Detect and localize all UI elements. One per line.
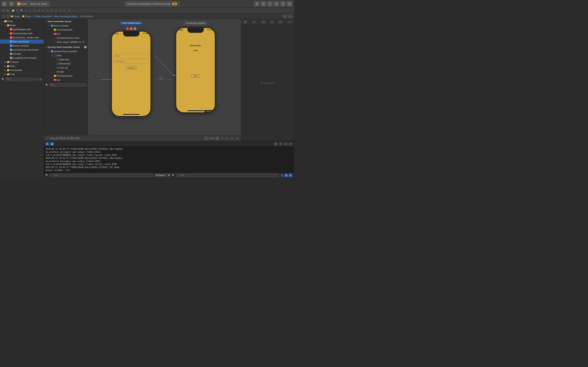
plus-icon[interactable]: ⊕ [54,9,58,12]
navigator-icon[interactable]: ↩ [267,1,273,7]
zoom-in-btn[interactable]: + [216,136,219,140]
first-responder1-item[interactable]: First Responder [44,28,87,32]
salir-item[interactable]: B Salir [44,70,87,74]
signal-icon: ●●● [143,33,146,34]
library-icon[interactable]: ⊞ [254,1,260,7]
fit-btn[interactable]: ⊞ [221,136,224,140]
safe-area-item[interactable]: L Safe Area [44,58,87,62]
vc-item[interactable]: ▾ View Controller [44,24,87,28]
debug-expand-btn[interactable]: ⊟ [284,142,287,146]
sidebar-item-pods2[interactable]: ▶ 📁 Pods [0,72,44,76]
secondvc-scene-header[interactable]: ▾ Second View Controller Scene ● [44,45,87,49]
debug-filter-input[interactable] [50,174,153,177]
storyboard-entry-item[interactable]: → Storyboard Entry Point [44,36,87,40]
sidebar-item-pods[interactable]: ▶ 📁 Pods [0,64,44,68]
breadcrumb-group[interactable]: Buela [25,15,31,17]
phone1-ingresar-btn[interactable]: Ingresar [126,66,136,69]
run-history-icon[interactable]: ⊕ [33,9,36,12]
canvas-options-btn[interactable]: ⊡ [225,136,229,140]
bienvenido-item[interactable]: L Bienvenido [44,62,87,66]
debug-clear-btn[interactable]: 🗑 [274,142,278,146]
add-file-btn[interactable]: + [35,78,38,81]
secondvc-item[interactable]: ▾ Second View Controller [44,49,87,53]
debug-icon[interactable]: ⊗ [37,9,41,12]
run-button[interactable]: ▶ [2,1,7,7]
sidebar-filter-input[interactable] [5,77,34,81]
exit2-item[interactable]: ⊕ Exit [44,78,87,82]
canvas-fit-btn[interactable]: ⊟ [235,136,239,140]
breadcrumb-file[interactable]: Main.storyboard [36,15,52,17]
phone1-notch [123,32,139,36]
search-icon[interactable]: 🔍 [20,9,24,12]
inspector-tab-quick-help[interactable]: ? [250,19,259,25]
layout4-icon[interactable]: ⊟ [58,9,62,12]
settings-btn[interactable]: ⚙ [39,78,42,81]
sidebar-item-products[interactable]: ▶ 📁 Products [0,60,44,64]
inspector-tab-attributes[interactable] [268,19,277,25]
scene-filter-input[interactable] [49,83,86,87]
inspector-tab-connections[interactable] [285,19,294,25]
phone1-password-field[interactable]: Contraseña [113,59,149,64]
vc-scene-header[interactable]: ▾ View Controller Scene [44,19,87,24]
debug-scroll-btn[interactable]: ⊡ [289,142,292,146]
scheme-selector[interactable]: Buela › | iPhone de Jesús › [16,1,50,7]
sidebar-item-infoplist[interactable]: P Info.plist [0,52,44,56]
environment-icon[interactable]: ◫ [45,9,49,12]
exit1-item[interactable]: ⊕ Exit [44,32,87,36]
inspector-tab-identity[interactable]: ID [259,19,268,25]
breadcrumb-back-btn[interactable]: ‹ [2,15,5,18]
inspector-tab-size[interactable] [277,19,285,25]
output-select[interactable]: All Output ↑ [154,174,171,177]
breadcrumb-warning-icon[interactable]: ⚠ [283,14,287,18]
breadcrumb-right-arrow-icon[interactable]: › [288,14,292,18]
disclosure-buela: ▾ [1,20,4,23]
sidebar-item-viewcontroller[interactable]: S ViewController.swift [0,31,44,35]
sidebar-item-main-storyboard[interactable]: ◫ Main.storyboard [0,40,44,44]
sidebar-item-buela-group[interactable]: ▾ 📁 Buela [0,23,44,27]
breakpoints-icon[interactable]: ☰ [41,9,45,12]
nav-back-btn[interactable]: ⊲ [2,9,5,12]
project-icon[interactable]: 📁 [11,9,15,12]
stop-button[interactable]: ■ [9,1,14,7]
breadcrumb-base[interactable]: Main.storyboard (Base) [54,15,78,17]
inspector-tab-file[interactable] [241,19,250,25]
inspector-icon[interactable]: ☰ [260,1,266,7]
debug-btn2[interactable]: ⊞ [285,174,288,177]
diamond-icon[interactable]: ◇ [28,9,32,12]
breadcrumb-project[interactable]: Buela [14,15,20,17]
expand-icon[interactable]: ⊞ [67,9,71,12]
sidebar-item-assets[interactable]: A Assets.xcassets [0,44,44,48]
debug-filter-input2[interactable] [176,174,279,177]
sidebar-item-frameworks[interactable]: ▶ 📁 Frameworks [0,68,44,72]
first-responder2-item[interactable]: First Responder [44,74,87,78]
layout-view-btn[interactable]: ⊟ [46,137,49,140]
show-segue-item[interactable]: ↻ Show segue "goMain" to "Second..." [44,40,87,44]
sidebar-item-appdelegate[interactable]: S AppDelegate.swift [0,27,44,31]
scheme2-icon[interactable]: ⊞ [50,9,53,12]
sidebar-item-secondvc[interactable]: S SecondView...ntroller.swift [0,35,44,40]
warning-badge[interactable]: 15 [172,2,177,5]
userlbl-item[interactable]: L User Lbl [44,66,87,70]
layout-icon[interactable]: ⊟ [274,1,279,7]
sidebar-label-appdelegate: AppDelegate.swift [13,28,31,31]
debug-btn3[interactable]: ⊟ [289,174,292,177]
debug-btn1[interactable]: 🗑 [280,174,284,177]
nav-forward-btn[interactable]: ⊳ [6,9,9,12]
layout5-icon[interactable]: ⊡ [63,9,66,12]
canvas-zoom-btn[interactable]: ⊞ [230,136,234,140]
build-icon[interactable]: 🔨 [16,9,19,12]
sidebar-item-launchscreen[interactable]: ◫ LaunchScreen.storyboard [0,48,44,52]
debug-split-btn[interactable]: ⊞ [279,142,283,146]
view-item[interactable]: ▾ View [44,53,87,58]
sidebar-item-buela-project[interactable]: ▾ 📁 Buela [0,19,44,23]
layout3-icon[interactable]: ⊞ [287,1,292,7]
phone1-email-field[interactable]: Email [113,54,149,58]
debug-toggle-btn[interactable]: ● [45,142,49,146]
zoom-out-btn[interactable]: − [204,136,208,140]
warning-icon[interactable]: ⚠ [24,9,28,12]
sidebar-item-googleservice[interactable]: P GoogleService-Info.plist [0,56,44,60]
phone2-salir-btn[interactable]: Salir [191,75,200,78]
debug-arrow-btn[interactable]: ▶ [51,142,54,146]
layout2-icon[interactable]: ⊡ [280,1,286,7]
breadcrumb-forward-btn[interactable]: › [6,15,10,18]
